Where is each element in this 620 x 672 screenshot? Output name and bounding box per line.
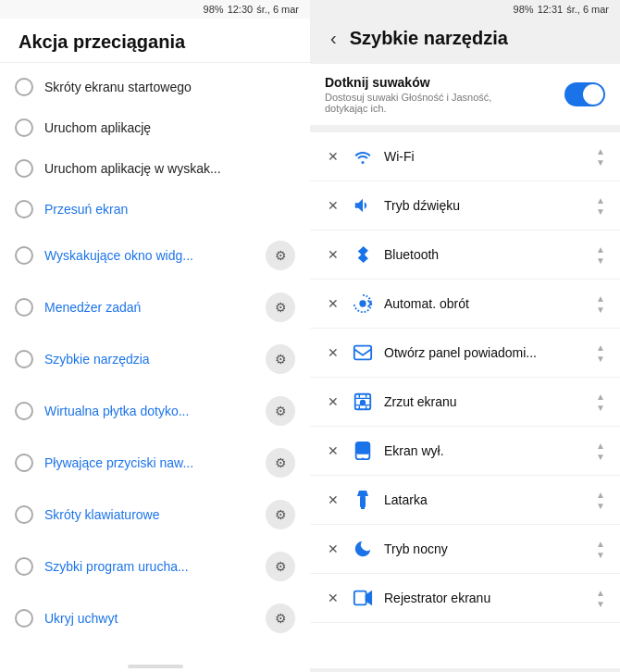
sort-arrows[interactable]: ▲ ▼	[596, 539, 605, 560]
remove-button[interactable]: ✕	[325, 541, 341, 556]
radio-button[interactable]	[15, 402, 33, 420]
wifi-label: Wi-Fi	[384, 149, 587, 164]
list-item[interactable]: Pływające przyciski naw... ⚙	[0, 437, 310, 489]
gear-button[interactable]: ⚙	[266, 604, 295, 633]
torch-label: Latarka	[384, 492, 587, 507]
sort-arrows[interactable]: ▲ ▼	[596, 490, 605, 511]
wifi-icon	[351, 144, 375, 168]
gear-button[interactable]: ⚙	[266, 500, 295, 529]
quick-tool-rotate[interactable]: ✕ Automat. obrót ▲ ▼	[310, 280, 620, 329]
list-item[interactable]: Szybkie narzędzia ⚙	[0, 333, 310, 385]
remove-button[interactable]: ✕	[325, 247, 341, 262]
radio-button[interactable]	[15, 78, 33, 96]
left-panel: 98% 12:30 śr., 6 mar Akcja przeciągania …	[0, 0, 310, 672]
svg-rect-7	[360, 496, 366, 507]
sort-arrows[interactable]: ▲ ▼	[596, 342, 605, 364]
screenshot-icon	[351, 390, 375, 414]
gear-button[interactable]: ⚙	[266, 552, 295, 581]
list-item[interactable]: Szybki program urucha... ⚙	[0, 541, 310, 592]
item-label: Skróty ekranu startowego	[44, 80, 295, 94]
gear-button[interactable]: ⚙	[266, 448, 295, 478]
list-item[interactable]: Skróty ekranu startowego	[0, 67, 310, 107]
toggle-description: Dostosuj suwaki Głośność i Jasność, doty…	[325, 92, 528, 114]
bluetooth-label: Bluetooth	[384, 247, 587, 262]
sort-arrows[interactable]: ▲ ▼	[596, 293, 605, 315]
gear-button[interactable]: ⚙	[266, 344, 295, 374]
svg-rect-5	[356, 442, 370, 454]
screenshot-label: Zrzut ekranu	[384, 394, 587, 409]
gear-button[interactable]: ⚙	[266, 241, 295, 270]
right-day: śr., 6 mar	[566, 4, 609, 15]
sort-arrows[interactable]: ▲ ▼	[596, 392, 605, 413]
back-button[interactable]: ‹	[325, 26, 342, 51]
list-item[interactable]: Wirtualna płytka dotyko... ⚙	[0, 385, 310, 437]
radio-button[interactable]	[15, 609, 33, 628]
remove-button[interactable]: ✕	[325, 394, 341, 409]
left-time: 12:30	[228, 4, 254, 15]
night-mode-icon	[351, 537, 375, 561]
toggle-text: Dotknij suwaków Dostosuj suwaki Głośność…	[325, 75, 528, 114]
toggle-switch[interactable]	[564, 82, 605, 106]
remove-button[interactable]: ✕	[325, 149, 341, 164]
right-panel: 98% 12:31 śr., 6 mar ‹ Szybkie narzędzia…	[310, 0, 620, 672]
radio-button[interactable]	[15, 246, 33, 265]
sort-arrows[interactable]: ▲ ▼	[596, 441, 605, 462]
quick-tool-screenoff[interactable]: ✕ Ekran wył. ▲ ▼	[310, 427, 620, 476]
remove-button[interactable]: ✕	[325, 345, 341, 360]
list-item[interactable]: Przesuń ekran	[0, 189, 310, 230]
list-item[interactable]: Ukryj uchwyt ⚙	[0, 592, 310, 644]
toggle-section: Dotknij suwaków Dostosuj suwaki Głośność…	[310, 64, 620, 125]
remove-button[interactable]: ✕	[325, 591, 341, 605]
remove-button[interactable]: ✕	[325, 296, 341, 311]
item-label: Skróty klawiaturowe	[44, 507, 254, 522]
item-label: Pływające przyciski naw...	[44, 455, 254, 470]
sort-arrows[interactable]: ▲ ▼	[596, 195, 605, 217]
recorder-label: Rejestrator ekranu	[384, 591, 587, 605]
svg-point-6	[362, 457, 364, 459]
right-battery: 98%	[514, 4, 534, 15]
item-label: Przesuń ekran	[44, 202, 295, 217]
sort-arrows[interactable]: ▲ ▼	[596, 588, 605, 609]
remove-button[interactable]: ✕	[325, 198, 341, 213]
radio-button[interactable]	[15, 159, 33, 178]
list-item[interactable]: Menedżer zadań ⚙	[0, 281, 310, 333]
radio-button[interactable]	[15, 350, 33, 368]
sort-arrows[interactable]: ▲ ▼	[596, 146, 605, 168]
list-item[interactable]: Uruchom aplikację	[0, 107, 310, 148]
list-item[interactable]: Skróty klawiaturowe ⚙	[0, 489, 310, 541]
quick-tool-night[interactable]: ✕ Tryb nocny ▲ ▼	[310, 525, 620, 574]
right-panel-title: Szybkie narzędzia	[350, 28, 508, 49]
right-status-bar: 98% 12:31 śr., 6 mar	[310, 0, 620, 19]
rotate-icon	[351, 292, 375, 316]
quick-tool-torch[interactable]: ✕ Latarka ▲ ▼	[310, 476, 620, 525]
gear-button[interactable]: ⚙	[266, 396, 295, 426]
list-item[interactable]: Wyskakujące okno widg... ⚙	[0, 230, 310, 281]
radio-button[interactable]	[15, 200, 33, 218]
gear-button[interactable]: ⚙	[266, 292, 295, 322]
item-label: Szybki program urucha...	[44, 559, 254, 574]
notification-icon	[351, 341, 375, 365]
quick-tool-sound[interactable]: ✕ Tryb dźwięku ▲ ▼	[310, 181, 620, 230]
radio-button[interactable]	[15, 118, 33, 137]
left-battery: 98%	[204, 4, 224, 15]
sort-arrows[interactable]: ▲ ▼	[596, 244, 605, 266]
quick-tool-screenshot[interactable]: ✕ Zrzut ekranu ▲ ▼	[310, 378, 620, 427]
left-day: śr., 6 mar	[256, 4, 299, 15]
remove-button[interactable]: ✕	[325, 443, 341, 458]
remove-button[interactable]: ✕	[325, 492, 341, 507]
item-label: Szybkie narzędzia	[44, 352, 254, 367]
quick-tool-bluetooth[interactable]: ✕ Bluetooth ▲ ▼	[310, 230, 620, 280]
screenoff-label: Ekran wył.	[384, 443, 587, 458]
quick-tool-wifi[interactable]: ✕ Wi-Fi ▲ ▼	[310, 132, 620, 181]
radio-button[interactable]	[15, 454, 33, 472]
torch-icon	[351, 488, 375, 512]
quick-tool-notification[interactable]: ✕ Otwórz panel powiadomi... ▲ ▼	[310, 329, 620, 378]
left-item-list: Skróty ekranu startowego Uruchom aplikac…	[0, 63, 310, 661]
radio-button[interactable]	[15, 557, 33, 576]
radio-button[interactable]	[15, 298, 33, 317]
list-item[interactable]: Uruchom aplikację w wyskak...	[0, 148, 310, 189]
radio-button[interactable]	[15, 505, 33, 524]
quick-tool-recorder[interactable]: ✕ Rejestrator ekranu ▲ ▼	[310, 574, 620, 623]
item-label: Ukryj uchwyt	[44, 611, 254, 626]
sound-icon	[351, 193, 375, 218]
